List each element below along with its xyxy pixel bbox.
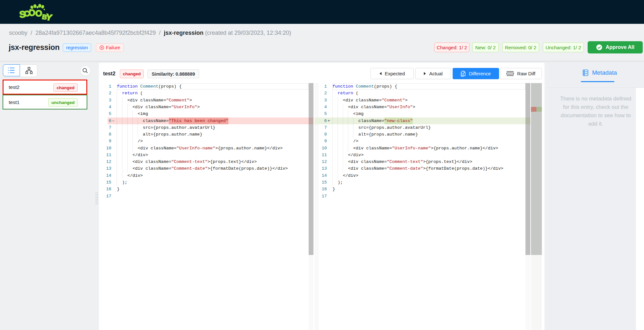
svg-text:O: O bbox=[35, 8, 43, 19]
svg-text:O: O bbox=[28, 8, 36, 18]
svg-text:Y: Y bbox=[45, 12, 53, 21]
